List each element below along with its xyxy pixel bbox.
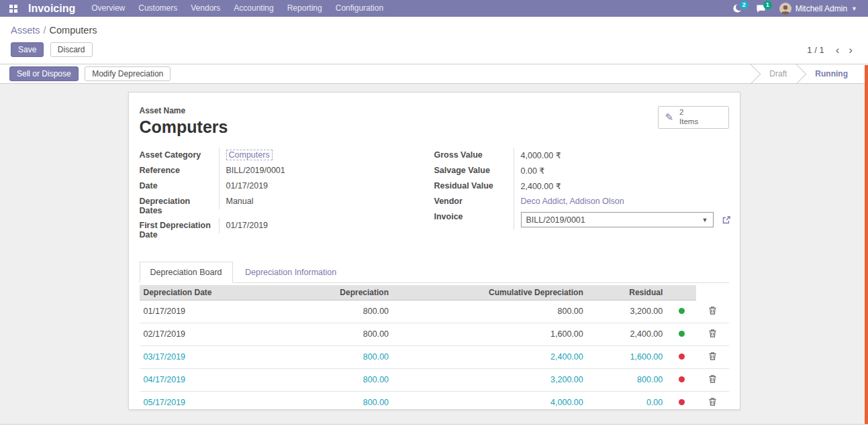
reference-value[interactable]: BILL/2019/0001 xyxy=(226,166,285,175)
col-cumulative-depreciation[interactable]: Cumulative Depreciation xyxy=(393,285,587,301)
depreciation-row-1[interactable]: 01/17/2019 800.00 800.00 3,200.00 xyxy=(140,301,729,323)
pager-next-icon[interactable]: › xyxy=(844,44,857,56)
modify-depreciation-button[interactable]: Modify Depreciation xyxy=(85,66,171,81)
salvage-value[interactable]: 0.00 ₹ xyxy=(521,166,545,176)
cell-date: 01/17/2019 xyxy=(140,301,287,323)
breadcrumb-separator: / xyxy=(44,25,46,36)
delete-row-icon[interactable] xyxy=(708,329,717,338)
sell-or-dispose-button[interactable]: Sell or Dispose xyxy=(9,66,79,81)
vendor-value-link[interactable]: Deco Addict, Addison Olson xyxy=(521,197,624,206)
unposted-status-dot xyxy=(679,399,685,405)
asset-name-title: Computers xyxy=(140,117,228,137)
cell-date: 04/17/2019 xyxy=(140,368,287,391)
stat-button-count: 2 xyxy=(679,108,698,117)
cell-residual: 2,400.00 xyxy=(587,323,667,345)
activities-button[interactable]: 2 xyxy=(726,0,749,17)
items-stat-button[interactable]: ✎ 2 Items xyxy=(658,106,729,129)
col-delete xyxy=(696,285,728,301)
tab-depreciation-board[interactable]: Depreciation Board xyxy=(140,262,233,283)
cell-residual: 0.00 xyxy=(587,391,667,410)
cell-residual: 3,200.00 xyxy=(587,301,667,323)
app-title[interactable]: Invoicing xyxy=(28,3,75,15)
col-depreciation-date[interactable]: Depreciation Date xyxy=(140,285,287,301)
discard-button[interactable]: Discard xyxy=(50,42,93,57)
user-menu[interactable]: Mitchell Admin ▼ xyxy=(773,0,864,17)
cell-depreciation: 800.00 xyxy=(287,368,393,391)
notebook-tabs: Depreciation Board Depreciation Informat… xyxy=(140,261,729,283)
systray: 2 1 Mitchell Admin ▼ xyxy=(726,0,864,17)
cell-cumulative: 800.00 xyxy=(393,301,587,323)
cell-depreciation: 800.00 xyxy=(287,323,393,345)
apps-menu-icon[interactable] xyxy=(4,0,23,17)
invoice-value: BILL/2019/0001 xyxy=(526,215,585,225)
cell-depreciation: 800.00 xyxy=(287,391,393,410)
col-residual[interactable]: Residual xyxy=(587,285,667,301)
cell-cumulative: 1,600.00 xyxy=(393,323,587,345)
gross-value[interactable]: 4,000.00 ₹ xyxy=(521,151,561,160)
col-depreciation[interactable]: Depreciation xyxy=(287,285,393,301)
breadcrumb-current: Computers xyxy=(50,25,97,36)
pager-previous-icon[interactable]: ‹ xyxy=(831,44,845,56)
status-widget: Draft Running xyxy=(752,64,868,83)
asset-category-value[interactable]: Computers xyxy=(226,150,273,160)
cell-cumulative: 4,000.00 xyxy=(393,391,587,410)
status-running[interactable]: Running xyxy=(798,64,859,83)
first-depreciation-date-value[interactable]: 01/17/2019 xyxy=(226,221,269,230)
nav-item-customers[interactable]: Customers xyxy=(132,0,184,17)
delete-row-icon[interactable] xyxy=(708,374,717,384)
pager-value: 1 / 1 xyxy=(807,45,824,55)
right-field-group: Gross Value 4,000.00 ₹ Salvage Value 0.0… xyxy=(434,148,729,242)
first-depreciation-date-label: First Depreciation Date xyxy=(140,218,219,242)
depreciation-row-5[interactable]: 05/17/2019 800.00 4,000.00 0.00 xyxy=(140,391,729,410)
residual-value[interactable]: 2,400.00 ₹ xyxy=(521,182,561,191)
nav-item-reporting[interactable]: Reporting xyxy=(281,0,329,17)
vendor-label: Vendor xyxy=(434,194,514,209)
caret-down-icon: ▼ xyxy=(851,5,857,12)
footer-strip xyxy=(0,424,868,432)
depreciation-dates-value[interactable]: Manual xyxy=(226,197,254,206)
stat-button-label: Items xyxy=(679,117,698,127)
date-label: Date xyxy=(140,178,219,193)
avatar xyxy=(779,3,791,15)
pencil-icon: ✎ xyxy=(665,111,674,123)
cell-depreciation: 800.00 xyxy=(287,301,393,323)
depreciation-dates-label: Depreciation Dates xyxy=(140,194,219,218)
cell-date: 05/17/2019 xyxy=(140,391,287,410)
delete-row-icon[interactable] xyxy=(708,397,717,407)
statusbar: Sell or Dispose Modify Depreciation Draf… xyxy=(0,64,868,84)
nav-item-configuration[interactable]: Configuration xyxy=(329,0,390,17)
control-panel: Save Discard 1 / 1 ‹ › xyxy=(0,41,868,58)
breadcrumb-assets-link[interactable]: Assets xyxy=(11,25,40,36)
user-name: Mitchell Admin xyxy=(795,4,847,13)
asset-name-label: Asset Name xyxy=(140,106,228,115)
residual-value-label: Residual Value xyxy=(434,178,514,193)
nav-item-overview[interactable]: Overview xyxy=(85,0,132,17)
external-link-icon[interactable] xyxy=(722,215,731,225)
tab-depreciation-information[interactable]: Depreciation Information xyxy=(235,262,346,282)
depreciation-row-2[interactable]: 02/17/2019 800.00 1,600.00 2,400.00 xyxy=(140,323,729,345)
save-button[interactable]: Save xyxy=(11,42,44,57)
depreciation-row-3[interactable]: 03/17/2019 800.00 2,400.00 1,600.00 xyxy=(140,345,729,368)
nav-item-vendors[interactable]: Vendors xyxy=(184,0,227,17)
asset-category-label: Asset Category xyxy=(140,148,219,162)
cell-residual: 1,600.00 xyxy=(587,345,667,368)
chevron-down-icon: ▼ xyxy=(702,217,708,223)
messages-button[interactable]: 1 xyxy=(749,0,773,17)
delete-row-icon[interactable] xyxy=(708,352,717,361)
date-value[interactable]: 01/17/2019 xyxy=(226,181,269,191)
unposted-status-dot xyxy=(679,376,685,382)
delete-row-icon[interactable] xyxy=(708,306,717,315)
asset-form-sheet: Asset Name Computers ✎ 2 Items Asset Cat… xyxy=(128,92,740,410)
gross-value-label: Gross Value xyxy=(434,148,514,162)
cell-cumulative: 2,400.00 xyxy=(393,345,587,368)
depreciation-row-4[interactable]: 04/17/2019 800.00 3,200.00 800.00 xyxy=(140,368,729,391)
accent-stripe xyxy=(865,65,868,424)
left-field-group: Asset Category Computers Reference BILL/… xyxy=(140,148,434,242)
cell-depreciation: 800.00 xyxy=(287,345,393,368)
posted-status-dot xyxy=(679,331,685,337)
cell-date: 02/17/2019 xyxy=(140,323,287,345)
cell-date: 03/17/2019 xyxy=(140,345,287,368)
invoice-combobox[interactable]: BILL/2019/0001 ▼ xyxy=(521,212,714,227)
posted-status-dot xyxy=(679,308,685,314)
nav-item-accounting[interactable]: Accounting xyxy=(227,0,280,17)
